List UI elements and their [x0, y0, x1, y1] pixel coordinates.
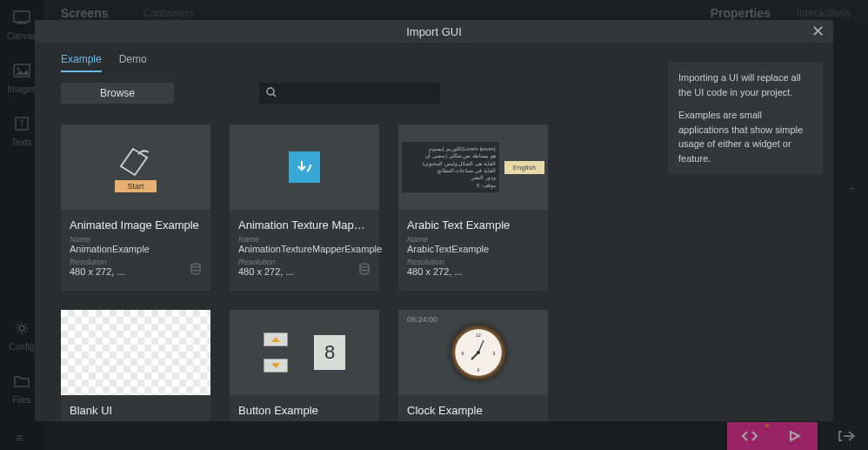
tabs: Example Demo [61, 53, 642, 72]
example-card[interactable]: Blank UINameBlankUI [61, 310, 210, 421]
svg-point-11 [360, 264, 369, 267]
card-title: Arabic Text Example [407, 218, 539, 232]
tab-example[interactable]: Example [61, 53, 102, 72]
resolution-value: 480 x 272, ... [238, 266, 294, 277]
svg-line-17 [478, 340, 484, 353]
tab-demo[interactable]: Demo [119, 53, 147, 72]
svg-point-10 [191, 264, 200, 267]
name-label: Name [407, 235, 539, 244]
thumbnail [230, 124, 379, 210]
svg-point-18 [477, 351, 480, 354]
resolution-label: Resolution [238, 258, 371, 266]
name-value: AnimationTextureMapperExample [238, 244, 371, 254]
thumbnail [61, 310, 210, 395]
example-card[interactable]: 08:24:0012369Clock ExampleNameClockExamp… [398, 310, 548, 421]
search-icon [266, 85, 277, 101]
svg-marker-9 [121, 149, 147, 175]
resolution-value: 480 x 272, ... [407, 266, 463, 277]
svg-text:3: 3 [493, 351, 496, 356]
info-text-2: Examples are small applications that sho… [678, 108, 812, 165]
example-card[interactable]: 8Button ExampleNameButtonExample [230, 310, 379, 421]
database-icon [358, 263, 371, 279]
name-label: Name [70, 235, 202, 244]
thumbnail: 08:24:0012369 [398, 310, 548, 395]
browse-button[interactable]: Browse [61, 83, 174, 104]
svg-line-8 [273, 94, 276, 97]
info-text-1: Importing a UI will replace all the UI c… [678, 71, 812, 99]
thumbnail: Start [61, 124, 210, 210]
card-title: Button Example [238, 404, 371, 417]
example-card[interactable]: Animation Texture Mapper...NameAnimation… [230, 124, 379, 291]
modal-title: Import GUI [406, 25, 462, 38]
thumbnail: 8 [230, 310, 379, 395]
example-card[interactable]: StartAnimated Image ExampleNameAnimation… [61, 124, 210, 291]
examples-grid: StartAnimated Image ExampleNameAnimation… [61, 124, 642, 421]
card-title: Animated Image Example [70, 218, 202, 232]
card-title: Animation Texture Mapper... [238, 218, 371, 232]
search-input[interactable] [259, 83, 440, 104]
name-label: Name [238, 235, 371, 244]
name-label: Name [238, 420, 371, 421]
database-icon [190, 263, 202, 279]
resolution-value: 480 x 272, ... [70, 266, 125, 277]
name-value: ArabicTextExample [407, 244, 539, 254]
info-box: Importing a UI will replace all the UI c… [668, 62, 823, 174]
svg-text:12: 12 [476, 332, 481, 338]
svg-point-7 [267, 88, 274, 95]
modal-header: Import GUI ✕ [35, 20, 833, 43]
import-gui-modal: Import GUI ✕ Example Demo Browse StartAn… [35, 20, 833, 421]
name-value: AnimationExample [70, 244, 202, 254]
example-card[interactable]: (Lorem Ipsum)اللوريم إيبسوم هو ببساطة نص… [398, 124, 548, 291]
svg-text:6: 6 [477, 367, 480, 373]
name-label: Name [407, 420, 539, 421]
resolution-label: Resolution [407, 258, 539, 266]
close-icon[interactable]: ✕ [811, 22, 825, 41]
svg-text:9: 9 [462, 351, 464, 356]
card-title: Clock Example [407, 404, 539, 417]
resolution-label: Resolution [70, 258, 202, 266]
card-title: Blank UI [70, 404, 202, 417]
name-label: Name [70, 420, 202, 421]
thumbnail: (Lorem Ipsum)اللوريم إيبسوم هو ببساطة نص… [398, 124, 548, 210]
